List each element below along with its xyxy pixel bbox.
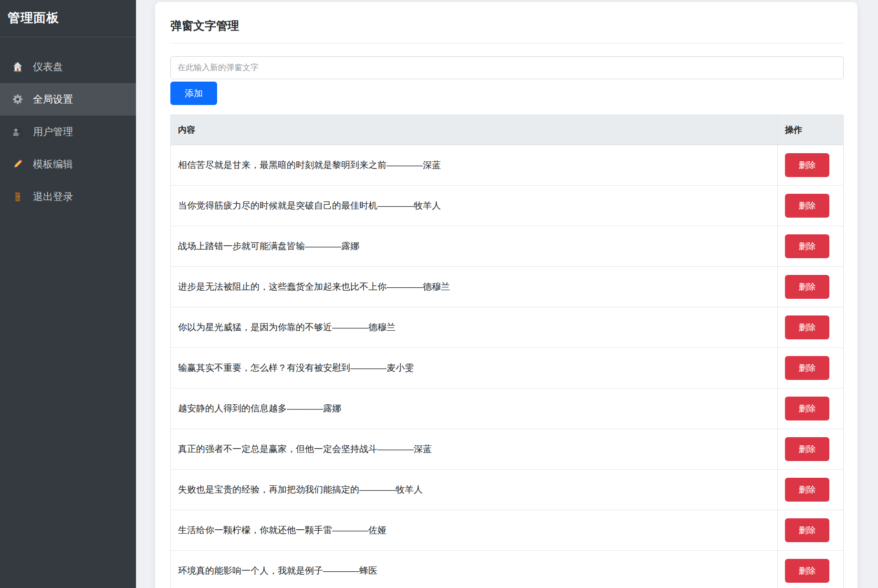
action-cell: 删除 <box>778 470 844 510</box>
table-row: 生活给你一颗柠檬，你就还他一颗手雷————佐娅删除 <box>171 510 844 551</box>
pencil-icon <box>12 158 23 170</box>
quote-text: 真正的强者不一定总是赢家，但他一定会坚持战斗————深蓝 <box>171 429 778 470</box>
sidebar-item-label: 退出登录 <box>33 190 73 203</box>
door-icon <box>12 191 23 202</box>
quote-text: 相信苦尽就是甘来，最黑暗的时刻就是黎明到来之前————深蓝 <box>171 145 778 186</box>
quote-text: 环境真的能影响一个人，我就是例子————蜂医 <box>171 551 778 588</box>
content-column-header: 内容 <box>171 115 778 145</box>
quote-text: 越安静的人得到的信息越多————露娜 <box>171 388 778 429</box>
action-cell: 删除 <box>778 145 844 186</box>
delete-button[interactable]: 删除 <box>785 194 829 218</box>
delete-button[interactable]: 删除 <box>785 275 829 299</box>
page-title: 弹窗文字管理 <box>170 18 844 33</box>
sidebar-divider <box>0 37 136 37</box>
action-cell: 删除 <box>778 388 844 429</box>
action-cell: 删除 <box>778 226 844 267</box>
quote-text: 失败也是宝贵的经验，再加把劲我们能搞定的————牧羊人 <box>171 470 778 510</box>
add-button[interactable]: 添加 <box>170 82 217 105</box>
gear-icon <box>12 94 23 105</box>
table-row: 环境真的能影响一个人，我就是例子————蜂医删除 <box>171 551 844 588</box>
app-title: 管理面板 <box>0 0 136 37</box>
sidebar-item-label: 全局设置 <box>33 93 73 106</box>
sidebar-item-1[interactable]: 仪表盘 <box>0 51 136 83</box>
table-row: 失败也是宝贵的经验，再加把劲我们能搞定的————牧羊人删除 <box>171 470 844 510</box>
delete-button[interactable]: 删除 <box>785 559 829 583</box>
action-column-header: 操作 <box>778 115 844 145</box>
popup-text-card: 弹窗文字管理 添加 内容 操作 相信苦尽就是甘来，最黑暗的时刻就是黎明到来之前—… <box>155 2 857 588</box>
table-row: 战场上踏错一步就可能满盘皆输————露娜删除 <box>171 226 844 267</box>
delete-button[interactable]: 删除 <box>785 153 829 177</box>
quote-text: 进步是无法被阻止的，这些蠢货全加起来也比不上你————德穆兰 <box>171 267 778 307</box>
table-row: 当你觉得筋疲力尽的时候就是突破自己的最佳时机————牧羊人删除 <box>171 186 844 226</box>
title-divider <box>170 43 844 43</box>
delete-button[interactable]: 删除 <box>785 397 829 420</box>
popup-text-table: 内容 操作 相信苦尽就是甘来，最黑暗的时刻就是黎明到来之前————深蓝删除当你觉… <box>170 115 844 588</box>
table-row: 越安静的人得到的信息越多————露娜删除 <box>171 388 844 429</box>
table-header-row: 内容 操作 <box>171 115 844 145</box>
table-row: 输赢其实不重要，怎么样？有没有被安慰到————麦小雯删除 <box>171 348 844 388</box>
sidebar-item-2[interactable]: 全局设置 <box>0 83 136 116</box>
delete-button[interactable]: 删除 <box>785 478 829 502</box>
quote-text: 生活给你一颗柠檬，你就还他一颗手雷————佐娅 <box>171 510 778 551</box>
new-popup-text-input[interactable] <box>170 56 844 79</box>
sidebar: 管理面板 仪表盘全局设置用户管理模板编辑退出登录 <box>0 0 136 588</box>
sidebar-item-label: 模板编辑 <box>33 158 73 171</box>
quote-text: 输赢其实不重要，怎么样？有没有被安慰到————麦小雯 <box>171 348 778 388</box>
quote-text: 当你觉得筋疲力尽的时候就是突破自己的最佳时机————牧羊人 <box>171 186 778 226</box>
action-cell: 删除 <box>778 267 844 307</box>
sidebar-item-5[interactable]: 退出登录 <box>0 180 136 213</box>
table-row: 真正的强者不一定总是赢家，但他一定会坚持战斗————深蓝删除 <box>171 429 844 470</box>
sidebar-item-label: 仪表盘 <box>33 60 63 74</box>
action-cell: 删除 <box>778 348 844 388</box>
action-cell: 删除 <box>778 551 844 588</box>
main-area: 弹窗文字管理 添加 内容 操作 相信苦尽就是甘来，最黑暗的时刻就是黎明到来之前—… <box>136 0 878 588</box>
quote-text: 战场上踏错一步就可能满盘皆输————露娜 <box>171 226 778 267</box>
table-row: 你以为星光威猛，是因为你靠的不够近————德穆兰删除 <box>171 307 844 348</box>
action-cell: 删除 <box>778 510 844 551</box>
users-icon <box>12 126 23 137</box>
sidebar-item-4[interactable]: 模板编辑 <box>0 148 136 180</box>
sidebar-item-3[interactable]: 用户管理 <box>0 116 136 148</box>
delete-button[interactable]: 删除 <box>785 234 829 258</box>
action-cell: 删除 <box>778 186 844 226</box>
delete-button[interactable]: 删除 <box>785 315 829 339</box>
sidebar-nav: 仪表盘全局设置用户管理模板编辑退出登录 <box>0 51 136 213</box>
action-cell: 删除 <box>778 307 844 348</box>
quote-text: 你以为星光威猛，是因为你靠的不够近————德穆兰 <box>171 307 778 348</box>
action-cell: 删除 <box>778 429 844 470</box>
table-row: 相信苦尽就是甘来，最黑暗的时刻就是黎明到来之前————深蓝删除 <box>171 145 844 186</box>
delete-button[interactable]: 删除 <box>785 518 829 542</box>
sidebar-item-label: 用户管理 <box>33 125 73 138</box>
house-icon <box>12 61 23 73</box>
delete-button[interactable]: 删除 <box>785 356 829 380</box>
delete-button[interactable]: 删除 <box>785 437 829 461</box>
table-row: 进步是无法被阻止的，这些蠢货全加起来也比不上你————德穆兰删除 <box>171 267 844 307</box>
